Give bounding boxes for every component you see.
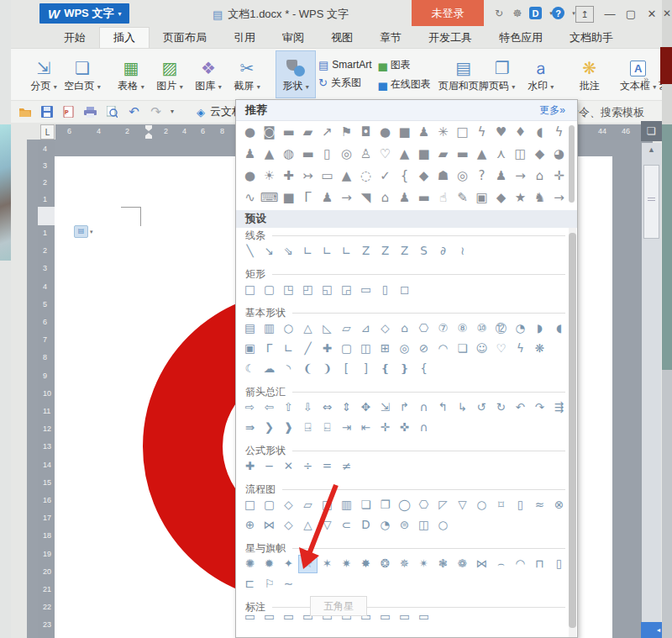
shape-cell[interactable]: ∼ (279, 575, 298, 593)
shape-cell[interactable]: ♙ (356, 144, 375, 165)
open-file-icon[interactable] (18, 105, 32, 119)
shape-cell[interactable]: ↣ (298, 166, 318, 187)
shape-cell[interactable]: ▲ (337, 166, 356, 187)
shape-cell[interactable]: ▭ (375, 608, 395, 626)
shape-cell[interactable]: D (356, 516, 375, 535)
shapes-button[interactable]: 形状 ▾ (276, 51, 315, 98)
shape-cell[interactable]: ↗ (318, 122, 337, 143)
shape-cell[interactable]: ❵ (395, 360, 414, 378)
shape-cell[interactable]: ■ (414, 144, 433, 165)
shape-cell[interactable]: ◸ (433, 496, 453, 514)
paste-options-icon[interactable]: ▤ (74, 225, 88, 238)
tab-文档助手[interactable]: 文档助手 (556, 27, 627, 48)
tab-视图[interactable]: 视图 (318, 27, 366, 48)
shape-cell[interactable]: ≠ (337, 457, 356, 476)
shape-cell[interactable]: ○ (472, 496, 491, 514)
shape-cell[interactable]: ▬ (279, 122, 298, 143)
help-icon[interactable]: ? (552, 7, 564, 19)
shape-cell[interactable]: ⇩ (298, 398, 318, 417)
print-icon[interactable] (83, 105, 97, 119)
chevron-down-icon[interactable]: ▾ (90, 229, 93, 235)
smartart-button[interactable]: ▤SmartArt (318, 59, 372, 71)
shape-cell[interactable]: ◆ (491, 187, 511, 208)
shape-cell[interactable]: ▬ (414, 187, 433, 208)
shape-cell[interactable]: ☾ (240, 360, 260, 378)
shape-cell[interactable]: ⑧ (453, 319, 472, 338)
shape-cell[interactable]: ❴ (375, 360, 395, 378)
header-footer-button[interactable]: ▤页眉和页脚 (444, 51, 483, 98)
shape-cell[interactable]: ▬ (298, 144, 318, 165)
shape-cell[interactable]: ✹ (260, 555, 279, 573)
shape-cell[interactable]: ◗ (530, 319, 549, 338)
shape-cell[interactable]: ▭ (395, 608, 414, 626)
tab-开始[interactable]: 开始 (50, 27, 99, 48)
shape-cell[interactable]: → (337, 187, 356, 208)
shape-cell[interactable]: ◇ (279, 516, 298, 535)
shape-cell[interactable]: □ (453, 122, 472, 143)
shape-cell[interactable]: ⊜ (395, 516, 414, 535)
tab-审阅[interactable]: 审阅 (269, 27, 318, 48)
shape-cell[interactable]: ● (240, 166, 260, 187)
ribbon-collapse-icon[interactable]: » (643, 74, 648, 84)
shape-cell[interactable]: □ (240, 496, 260, 514)
shape-cell[interactable]: ϟ (472, 122, 491, 143)
shape-cell[interactable]: ▣ (240, 340, 260, 358)
shape-cell[interactable]: ⚐ (260, 575, 279, 593)
shape-cell[interactable]: ☁ (260, 360, 279, 378)
export-pdf-icon[interactable]: P (61, 105, 76, 119)
shape-cell[interactable]: Z (356, 242, 375, 261)
shape-cell[interactable]: ◍ (279, 144, 298, 165)
shape-cell[interactable]: ◫ (356, 340, 375, 358)
shape-cell[interactable]: ▬ (453, 144, 472, 165)
shape-cell[interactable]: ϟ (549, 122, 569, 143)
shape-cell[interactable]: ◘ (356, 122, 375, 143)
shape-cell[interactable]: ↷ (530, 398, 549, 417)
shape-cell[interactable]: ◠ (511, 555, 530, 573)
diagram-button[interactable]: ↻关系图 (318, 76, 372, 90)
shape-cell[interactable]: ⎔ (414, 319, 433, 338)
recommended-scrollbar[interactable] (569, 125, 575, 203)
screenshot-button[interactable]: ✂截屏 ▾ (228, 51, 266, 98)
shape-cell[interactable]: ✥ (356, 398, 375, 417)
five-point-star-cell[interactable]: ☆ (298, 555, 318, 573)
shape-cell[interactable]: ⇘ (279, 242, 298, 261)
shape-cell[interactable]: ▭ (260, 608, 279, 626)
tab-引用[interactable]: 引用 (220, 27, 269, 48)
shape-cell[interactable]: ◎ (337, 144, 356, 165)
shape-cell[interactable]: ♦ (511, 122, 530, 143)
shape-cell[interactable]: ❁ (453, 555, 472, 573)
shape-cell[interactable]: ⇨ (240, 398, 260, 417)
shape-cell[interactable]: ✷ (337, 555, 356, 573)
shape-cell[interactable]: ⊿ (356, 319, 375, 338)
shape-cell[interactable]: ⊗ (549, 496, 569, 514)
shape-cell[interactable]: ❯ (260, 419, 279, 437)
chart-button[interactable]: ▅图表 (379, 58, 431, 72)
shape-cell[interactable]: ✕ (279, 457, 298, 476)
shape-cell[interactable]: ✸ (356, 555, 375, 573)
shape-cell[interactable]: ⍈ (298, 419, 318, 437)
shape-cell[interactable]: ● (240, 122, 260, 143)
shape-cell[interactable]: ▯ (318, 144, 337, 165)
shape-cell[interactable]: ▥ (337, 496, 356, 514)
shape-cell[interactable]: ] (356, 360, 375, 378)
shape-cell[interactable]: ◇ (375, 319, 395, 338)
sync-icon[interactable]: ↻ (491, 6, 507, 21)
shape-cell[interactable]: ◌ (356, 166, 375, 187)
shape-cell[interactable]: ▯ (375, 281, 395, 299)
shape-cell[interactable]: ❐ (375, 496, 395, 514)
shape-cell[interactable]: ✜ (395, 419, 414, 437)
shape-cell[interactable]: ⇥ (337, 419, 356, 437)
shape-cell[interactable]: ∟ (318, 242, 337, 261)
shape-cell[interactable]: ✺ (240, 555, 260, 573)
comment-button[interactable]: ❋批注 (570, 51, 609, 98)
shape-cell[interactable]: ▭ (318, 166, 337, 187)
shape-cell[interactable]: ◆ (414, 166, 433, 187)
shape-cell[interactable]: ● (375, 122, 395, 143)
shape-cell[interactable]: ÷ (298, 457, 318, 476)
shape-cell[interactable]: ▱ (298, 496, 318, 514)
shape-cell[interactable]: ○ (433, 516, 453, 535)
shape-cell[interactable]: Γ (260, 340, 279, 358)
shape-cell[interactable]: ◫ (318, 496, 337, 514)
shape-cell[interactable]: ♟ (318, 187, 337, 208)
shape-cell[interactable]: ❏ (356, 496, 375, 514)
